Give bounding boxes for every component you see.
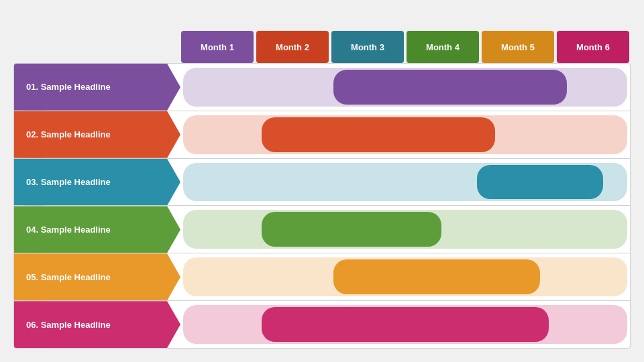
gantt-bar-2 <box>262 117 495 152</box>
month-header-4: Month 4 <box>407 31 479 63</box>
gantt-bar-1 <box>333 70 567 105</box>
month-header-2: Month 2 <box>256 31 329 63</box>
row-content-1 <box>180 64 630 111</box>
gantt-bar-5 <box>333 259 540 294</box>
row-label-3: 03. Sample Headline <box>14 159 180 206</box>
month-header-1: Month 1 <box>181 31 254 63</box>
row-label-6: 06. Sample Headline <box>14 301 180 348</box>
data-rows: 01. Sample Headline02. Sample Headline03… <box>13 63 631 349</box>
header-row: Month 1Month 2Month 3Month 4Month 5Month… <box>180 31 631 63</box>
row-content-3 <box>180 159 630 206</box>
month-header-5: Month 5 <box>482 31 554 63</box>
row-label-1: 01. Sample Headline <box>14 64 180 111</box>
gantt-bar-4 <box>262 212 441 247</box>
month-header-6: Month 6 <box>557 31 629 63</box>
table-row: 03. Sample Headline <box>14 159 630 206</box>
month-header-3: Month 3 <box>331 31 404 63</box>
row-label-2: 02. Sample Headline <box>14 111 180 158</box>
table-row: 02. Sample Headline <box>14 111 630 159</box>
schedule-container: Month 1Month 2Month 3Month 4Month 5Month… <box>13 31 631 349</box>
gantt-bar-6 <box>262 307 549 342</box>
row-content-4 <box>180 206 630 253</box>
row-content-2 <box>180 111 630 158</box>
table-row: 01. Sample Headline <box>14 64 630 111</box>
gantt-bar-3 <box>477 165 603 200</box>
row-label-5: 05. Sample Headline <box>14 253 180 300</box>
table-row: 04. Sample Headline <box>14 206 630 253</box>
table-row: 05. Sample Headline <box>14 253 630 301</box>
row-label-4: 04. Sample Headline <box>14 206 180 253</box>
row-content-5 <box>180 253 630 300</box>
row-content-6 <box>180 301 630 348</box>
table-row: 06. Sample Headline <box>14 301 630 348</box>
